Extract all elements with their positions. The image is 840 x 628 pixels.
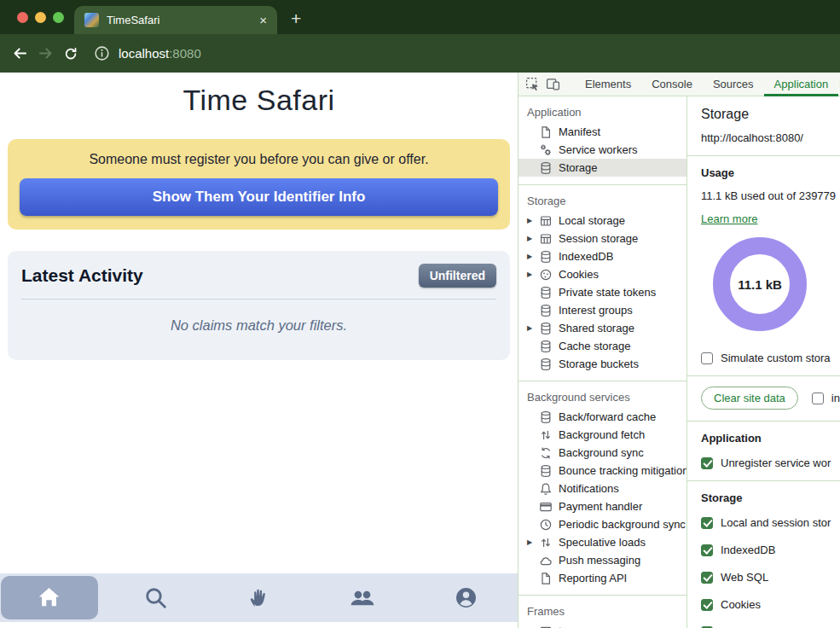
- activity-divider: [21, 299, 496, 299]
- address-bar[interactable]: localhost:8080: [94, 45, 201, 61]
- reload-icon: [63, 46, 78, 61]
- show-identifier-button[interactable]: Show Them Your Identifier Info: [20, 178, 498, 216]
- application-heading: Application: [701, 432, 840, 445]
- expand-arrow-icon[interactable]: ▶: [527, 217, 539, 224]
- tree-section-application: Application Manifest Service workers Sto…: [518, 96, 686, 185]
- timesafari-page: Time Safari Someone must register you be…: [0, 73, 518, 628]
- tree-item-background-sync[interactable]: Background sync: [518, 444, 686, 462]
- expand-arrow-icon[interactable]: ▶: [527, 270, 539, 278]
- device-toolbar-button[interactable]: [546, 73, 566, 96]
- frame-icon: [539, 625, 553, 628]
- expand-arrow-icon[interactable]: ▶: [527, 235, 539, 242]
- panel-title: Storage: [701, 107, 840, 122]
- simulate-quota-row: Simulate custom stora: [701, 352, 840, 364]
- tree-item-bounce-tracking-mitigation[interactable]: Bounce tracking mitigation: [518, 462, 686, 480]
- database-icon: [539, 464, 553, 478]
- donut-value: 11.1 kB: [738, 277, 782, 292]
- tree-item-interest-groups[interactable]: Interest groups: [518, 301, 686, 319]
- activity-heading: Latest Activity: [21, 265, 143, 286]
- sync-icon: [539, 446, 553, 460]
- empty-claims-message: No claims match your filters.: [21, 317, 496, 334]
- unregister-checkbox[interactable]: [701, 457, 713, 469]
- registration-alert: Someone must register you before you can…: [8, 139, 510, 230]
- tree-item-indexeddb[interactable]: ▶ IndexedDB: [518, 247, 686, 265]
- database-icon: [539, 410, 553, 424]
- tree-item-storage-buckets[interactable]: Storage buckets: [518, 355, 686, 373]
- section-header: Frames: [518, 596, 686, 622]
- bell-icon: [539, 482, 553, 496]
- clear-data-section: Clear site data in: [687, 376, 840, 422]
- tab-elements[interactable]: Elements: [575, 73, 641, 96]
- tab-sources[interactable]: Sources: [703, 73, 764, 96]
- tree-item-manifest[interactable]: Manifest: [518, 123, 686, 141]
- local-session-checkbox[interactable]: [701, 517, 713, 529]
- close-window-button[interactable]: [17, 12, 28, 23]
- nav-projects-button[interactable]: [207, 573, 310, 622]
- websql-checkbox[interactable]: [701, 572, 713, 584]
- url-host: localhost: [119, 46, 169, 61]
- zoom-window-button[interactable]: [53, 12, 64, 23]
- database-icon: [539, 304, 553, 317]
- reload-button[interactable]: [58, 41, 84, 67]
- tab-close-icon[interactable]: ×: [259, 14, 267, 26]
- tree-item-cache-storage[interactable]: Cache storage: [518, 337, 686, 355]
- nav-search-button[interactable]: [103, 573, 206, 622]
- expand-arrow-icon[interactable]: ▶: [527, 324, 539, 332]
- tree-item-service-workers[interactable]: Service workers: [518, 141, 686, 159]
- nav-home-button[interactable]: [1, 576, 98, 619]
- database-icon: [539, 358, 553, 371]
- document-icon: [539, 572, 553, 585]
- tree-item-periodic-background-sync[interactable]: Periodic background sync: [518, 515, 686, 533]
- tree-item-session-storage[interactable]: ▶ Session storage: [518, 230, 686, 247]
- gears-icon: [539, 143, 553, 157]
- unfiltered-button[interactable]: Unfiltered: [419, 264, 496, 288]
- tree-item-back-forward-cache[interactable]: Back/forward cache: [518, 408, 686, 426]
- usage-heading: Usage: [701, 166, 840, 179]
- browser-tab[interactable]: TimeSafari ×: [74, 6, 277, 34]
- tree-section-frames: Frames ▶ top: [518, 596, 686, 628]
- expand-arrow-icon[interactable]: ▶: [527, 538, 539, 546]
- usage-text: 11.1 kB used out of 239779: [701, 189, 840, 202]
- forward-button[interactable]: [32, 41, 58, 67]
- storage-option-row: IndexedDB: [701, 544, 840, 556]
- site-info-icon[interactable]: [94, 45, 110, 61]
- nav-profile-button[interactable]: [414, 573, 518, 622]
- indexeddb-checkbox[interactable]: [701, 544, 713, 556]
- inspect-cursor-icon: [525, 77, 540, 91]
- tree-item-background-fetch[interactable]: Background fetch: [518, 426, 686, 444]
- expand-arrow-icon[interactable]: ▶: [527, 253, 539, 260]
- database-icon: [539, 286, 553, 299]
- up-down-arrows-icon: [539, 536, 553, 550]
- tree-item-speculative-loads[interactable]: ▶ Speculative loads: [518, 533, 686, 551]
- cookies-checkbox[interactable]: [701, 599, 713, 611]
- unregister-label: Unregister service wor: [721, 456, 831, 469]
- including-checkbox[interactable]: [812, 392, 824, 404]
- back-button[interactable]: [7, 41, 32, 67]
- inspect-element-button[interactable]: [525, 73, 546, 96]
- document-icon: [539, 125, 553, 139]
- new-tab-button[interactable]: +: [291, 9, 301, 29]
- storage-detail-panel: Storage http://localhost:8080/ Usage 11.…: [687, 96, 840, 628]
- simulate-quota-checkbox[interactable]: [701, 352, 713, 364]
- nav-contacts-button[interactable]: [310, 573, 414, 622]
- tab-application[interactable]: Application: [764, 73, 839, 96]
- tree-item-storage[interactable]: Storage: [518, 159, 686, 177]
- minimize-window-button[interactable]: [35, 12, 46, 23]
- page-title: Time Safari: [0, 84, 518, 117]
- database-icon: [539, 322, 553, 335]
- forward-arrow-icon: [38, 45, 54, 61]
- learn-more-link[interactable]: Learn more: [701, 212, 757, 225]
- section-header: Application: [518, 96, 686, 123]
- tree-item-shared-storage[interactable]: ▶ Shared storage: [518, 319, 686, 337]
- tree-item-local-storage[interactable]: ▶ Local storage: [518, 212, 686, 230]
- tree-item-payment-handler[interactable]: Payment handler: [518, 497, 686, 515]
- clear-site-data-button[interactable]: Clear site data: [701, 387, 798, 410]
- tab-console[interactable]: Console: [641, 73, 703, 96]
- tree-item-reporting-api[interactable]: Reporting API: [518, 569, 686, 587]
- tree-section-background-services: Background services Back/forward cache B…: [518, 381, 686, 596]
- tree-item-cookies[interactable]: ▶ Cookies: [518, 265, 686, 283]
- tree-item-notifications[interactable]: Notifications: [518, 480, 686, 497]
- tree-item-private-state-tokens[interactable]: Private state tokens: [518, 283, 686, 301]
- tree-item-push-messaging[interactable]: Push messaging: [518, 551, 686, 569]
- tree-item-top-frame[interactable]: ▶ top: [518, 622, 686, 628]
